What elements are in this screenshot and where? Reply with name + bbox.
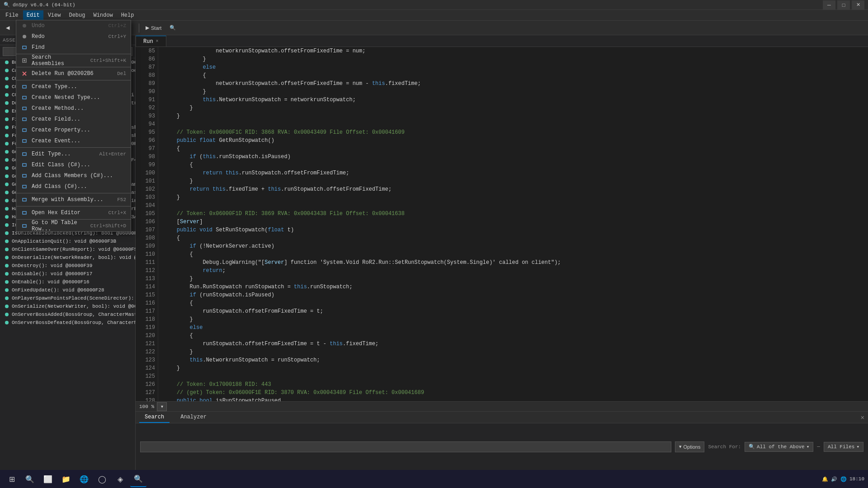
menu-item-create-method[interactable]: Create Method... — [16, 103, 131, 114]
method-icon — [4, 279, 10, 285]
zoom-bar: 100 % ▾ — [136, 401, 868, 411]
tree-item[interactable]: OnPlayerSpawnPointsPlaced(SceneDirector)… — [0, 294, 135, 302]
menu-window[interactable]: Window — [90, 10, 116, 20]
code-line: } — [164, 275, 863, 283]
menu-file[interactable]: File — [2, 10, 22, 20]
taskview-btn[interactable]: ⬜ — [40, 471, 56, 487]
tab-run[interactable]: Run × — [136, 36, 166, 47]
taskbar-edge[interactable]: 🌐 — [76, 471, 92, 487]
menu-item-shortcut: Ctrl+Y — [108, 34, 126, 39]
tree-item[interactable]: OnDisable(): void @06000F17 — [0, 270, 135, 278]
run-label: Start — [151, 25, 161, 31]
tree-item[interactable]: OnClientGameOver(RunReport): void @06000… — [0, 245, 135, 253]
method-icon — [4, 157, 10, 163]
taskbar-vscode[interactable]: ◈ — [112, 471, 128, 487]
zoom-adjust[interactable]: ▾ — [157, 402, 167, 411]
code-line: public float GetRunStopwatch() — [164, 136, 863, 145]
taskbar-explorer[interactable]: 📁 — [58, 471, 74, 487]
menu-item-edit-class[interactable]: Edit Class (C#)... — [16, 160, 131, 170]
menu-item-find[interactable]: Find — [16, 42, 131, 53]
menu-item-label: Redo — [32, 33, 45, 40]
search-panel-close[interactable]: × — [861, 414, 864, 421]
menu-bar: File Edit View Debug Window Help — [0, 10, 868, 21]
toolbar-sep4 — [139, 23, 139, 33]
search-taskbar[interactable]: 🔍 — [22, 471, 38, 487]
svg-rect-49 — [23, 185, 26, 188]
tree-item[interactable]: OnDestroy(): void @06000F39 — [0, 262, 135, 270]
method-icon — [4, 124, 10, 131]
svg-point-8 — [5, 126, 9, 129]
tree-item[interactable]: OnSerialize(NetworkWriter, bool): void @… — [0, 302, 135, 310]
tab-run-label: Run — [143, 38, 153, 45]
menu-item-label: Undo — [32, 23, 45, 29]
menu-item-icon — [21, 44, 28, 51]
menu-item-open-hex-editor[interactable]: Open Hex EditorCtrl+X — [16, 207, 131, 218]
svg-rect-41 — [23, 96, 26, 99]
close-button[interactable]: ✕ — [852, 0, 864, 9]
maximize-button[interactable]: □ — [837, 0, 850, 9]
code-line: { — [164, 234, 863, 242]
search-button[interactable]: 🔍 — [166, 22, 179, 34]
menu-debug[interactable]: Debug — [65, 10, 89, 20]
code-line: } — [164, 88, 863, 96]
tree-item[interactable]: OnApplicationQuit(): void @06000F3B — [0, 237, 135, 245]
menu-item-label: Create Method... — [32, 105, 84, 112]
tree-item[interactable]: OnFixedUpdate(): void @06000F28 — [0, 286, 135, 294]
menu-item-left: Open Hex Editor — [21, 209, 80, 216]
menu-item-icon — [21, 137, 28, 145]
search-input[interactable] — [140, 441, 671, 452]
menu-item-search-assemblies[interactable]: Search AssembliesCtrl+Shift+K — [16, 55, 131, 66]
code-line: { — [164, 250, 863, 258]
search-icon: 🔍 — [749, 444, 755, 450]
menu-view[interactable]: View — [44, 10, 65, 20]
menu-item-create-nested-type[interactable]: Create Nested Type... — [16, 92, 131, 103]
taskbar-icons: 🔔 🔊 🌐 — [822, 476, 847, 482]
taskbar-chrome[interactable]: ◯ — [94, 471, 110, 487]
tab-run-close[interactable]: × — [156, 39, 159, 44]
menu-edit[interactable]: Edit — [23, 10, 43, 20]
menu-item-edit-type[interactable]: Edit Type...Alt+Enter — [16, 149, 131, 160]
tree-item[interactable]: OnDeserialize(NetworkReader, bool): void… — [0, 253, 135, 262]
menu-item-add-class[interactable]: Add Class (C#)... — [16, 181, 131, 192]
minimize-button[interactable]: ─ — [823, 0, 835, 9]
menu-item-delete-run[interactable]: Delete Run @02002B6Del — [16, 68, 131, 79]
svg-rect-50 — [23, 198, 26, 201]
all-files-option[interactable]: All Files ▾ — [824, 442, 863, 452]
menu-item-merge-with-assembly[interactable]: Merge with Assembly...F52 — [16, 194, 131, 205]
code-view: 8586878889909192939495969798991001011021… — [136, 47, 868, 401]
menu-item-create-field[interactable]: Create Field... — [16, 114, 131, 125]
menu-item-add-class-members[interactable]: Add Class Members (C#)... — [16, 170, 131, 181]
code-content[interactable]: networkrunStopwatch.offsetFromFixedTime … — [158, 47, 868, 401]
code-line: Run.RunStopwatch runStopwatch = this.run… — [164, 283, 863, 291]
tree-item[interactable]: OnServerBossDefeated(BossGroup, Characte… — [0, 319, 135, 327]
menu-item-shortcut: Ctrl+Shift+D — [90, 223, 126, 229]
taskbar-dnspy[interactable]: 🔍 — [130, 471, 146, 487]
svg-point-13 — [5, 166, 9, 170]
menu-help[interactable]: Help — [118, 10, 138, 20]
toolbar-back[interactable]: ◀ — [3, 22, 14, 34]
menu-item-create-property[interactable]: Create Property... — [16, 125, 131, 136]
taskbar-time: 18:10 — [849, 476, 864, 482]
menu-item-shortcut: Ctrl+Shift+K — [90, 58, 126, 63]
tree-item[interactable]: OnEnable(): void @06000F16 — [0, 278, 135, 286]
menu-item-icon — [21, 127, 28, 134]
title-bar-left: 🔍 dnSpy v6.0.4 (64-bit) — [4, 2, 75, 8]
tree-item[interactable]: OnServerBossAdded(BossGroup, CharacterMa… — [0, 310, 135, 319]
method-icon — [4, 214, 10, 220]
search-tab-analyzer[interactable]: Analyzer — [175, 412, 212, 423]
menu-item-create-type[interactable]: Create Type... — [16, 81, 131, 92]
menu-item-go-to-md-table-row[interactable]: Go to MD Table Row...Ctrl+Shift+D — [16, 221, 131, 231]
start-button[interactable]: ⊞ — [4, 471, 20, 487]
search-for-option[interactable]: 🔍 All of the Above ▾ — [745, 442, 813, 452]
options-button[interactable]: ▾ Options — [675, 441, 705, 452]
menu-item-label: Find — [32, 44, 45, 51]
code-line: this.NetworkrunStopwatch = networkrunSto… — [164, 96, 863, 104]
menu-item-redo[interactable]: RedoCtrl+Y — [16, 31, 131, 42]
menu-item-icon — [21, 70, 28, 77]
search-panel-body: ▾ Options Search For: 🔍 All of the Above… — [136, 423, 868, 470]
method-icon — [4, 165, 10, 171]
menu-item-undo[interactable]: UndoCtrl+Z — [16, 20, 131, 31]
run-button[interactable]: ▶ Start — [142, 22, 165, 34]
menu-item-create-event[interactable]: Create Event... — [16, 136, 131, 146]
search-tab-search[interactable]: Search — [139, 412, 170, 423]
